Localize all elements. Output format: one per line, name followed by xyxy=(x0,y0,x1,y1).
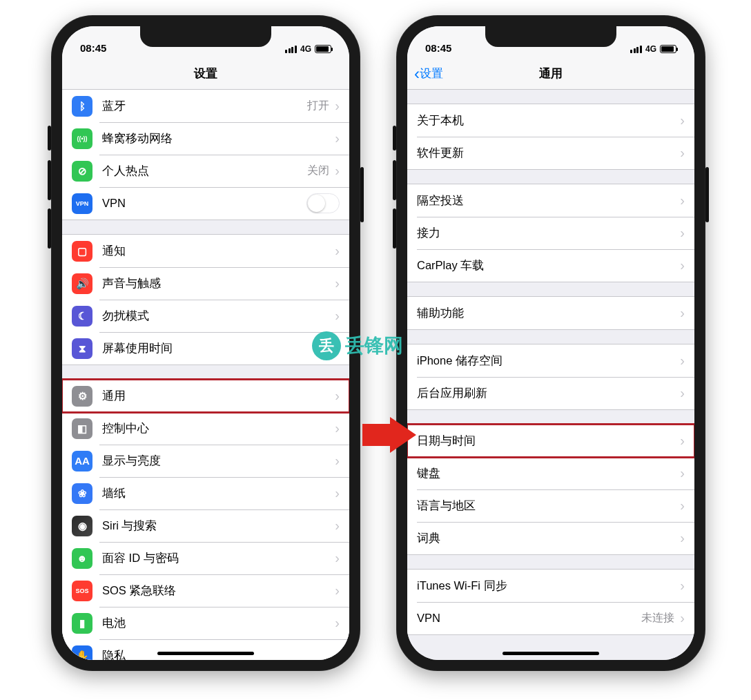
row-label: CarPlay 车载 xyxy=(417,258,680,273)
display-icon: AA xyxy=(72,451,92,471)
vpn-icon: VPN xyxy=(72,193,92,214)
bluetooth-icon: ᛒ xyxy=(72,96,92,117)
row-label: 勿扰模式 xyxy=(102,309,335,324)
hotspot-icon: ⊘ xyxy=(72,161,92,182)
row-label: 后台应用刷新 xyxy=(417,386,680,401)
toggle[interactable] xyxy=(306,193,340,213)
home-indicator[interactable] xyxy=(157,652,254,655)
screen-left: 08:45 4G 设置 ᛒ蓝牙打开›((•))蜂窝移动网络›⊘个人热点关闭›VP… xyxy=(62,26,349,660)
chevron-right-icon: › xyxy=(680,385,685,401)
row-vpn-icon[interactable]: VPNVPN xyxy=(62,187,349,220)
row-label: 显示与亮度 xyxy=(102,454,335,469)
svg-marker-0 xyxy=(362,417,416,453)
page-title: 设置 xyxy=(194,66,217,81)
row-item-语言与地区[interactable]: 语言与地区› xyxy=(407,489,694,522)
chevron-right-icon: › xyxy=(335,243,340,259)
row-item-词典[interactable]: 词典› xyxy=(407,522,694,554)
chevron-right-icon: › xyxy=(680,305,685,321)
row-label: 隔空投送 xyxy=(417,193,680,208)
settings-list[interactable]: ᛒ蓝牙打开›((•))蜂窝移动网络›⊘个人热点关闭›VPNVPN▢通知›🔊声音与… xyxy=(62,90,349,660)
row-label: SOS 紧急联络 xyxy=(102,583,335,599)
chevron-right-icon: › xyxy=(335,648,340,660)
row-label: 电池 xyxy=(102,616,335,631)
row-label: Siri 与搜索 xyxy=(102,518,335,534)
general-list[interactable]: 关于本机›软件更新›隔空投送›接力›CarPlay 车载›辅助功能›iPhone… xyxy=(407,90,694,660)
chevron-right-icon: › xyxy=(335,130,340,146)
row-label: VPN xyxy=(102,197,306,210)
chevron-right-icon: › xyxy=(680,530,685,546)
siri-icon: ◉ xyxy=(72,516,92,536)
chevron-right-icon: › xyxy=(680,257,685,273)
row-cellular-icon[interactable]: ((•))蜂窝移动网络› xyxy=(62,122,349,155)
row-sos-icon[interactable]: SOSSOS 紧急联络› xyxy=(62,574,349,607)
row-dnd-icon[interactable]: ☾勿扰模式› xyxy=(62,300,349,332)
battery-icon xyxy=(660,45,676,53)
back-button[interactable]: ‹ 设置 xyxy=(414,58,443,89)
notifications-icon: ▢ xyxy=(72,241,92,262)
row-general-icon[interactable]: ⚙通用› xyxy=(62,380,349,412)
row-label: 墙纸 xyxy=(102,486,335,501)
row-display-icon[interactable]: AA显示与亮度› xyxy=(62,445,349,477)
row-controlcenter-icon[interactable]: ◧控制中心› xyxy=(62,412,349,445)
phone-frame-right: 08:45 4G ‹ 设置 通用 关于本机›软件更新›隔空投送›接力›CarPl… xyxy=(396,15,705,671)
row-screentime-icon[interactable]: ⧗屏幕使用时间› xyxy=(62,332,349,364)
chevron-right-icon: › xyxy=(335,98,340,114)
general-icon: ⚙ xyxy=(72,386,92,407)
row-privacy-icon[interactable]: ✋隐私› xyxy=(62,639,349,660)
row-faceid-icon[interactable]: ☻面容 ID 与密码› xyxy=(62,542,349,574)
row-label: 通知 xyxy=(102,244,335,259)
screen-right: 08:45 4G ‹ 设置 通用 关于本机›软件更新›隔空投送›接力›CarPl… xyxy=(407,26,694,660)
row-sounds-icon[interactable]: 🔊声音与触感› xyxy=(62,267,349,300)
row-notifications-icon[interactable]: ▢通知› xyxy=(62,235,349,267)
arrow-icon xyxy=(362,417,416,453)
navbar-general: ‹ 设置 通用 xyxy=(407,58,694,90)
row-item-后台应用刷新[interactable]: 后台应用刷新› xyxy=(407,377,694,409)
row-label: 个人热点 xyxy=(102,164,307,179)
row-item-日期与时间[interactable]: 日期与时间› xyxy=(407,425,694,457)
chevron-right-icon: › xyxy=(680,225,685,241)
row-label: 软件更新 xyxy=(417,146,680,161)
row-label: 关于本机 xyxy=(417,113,680,128)
chevron-right-icon: › xyxy=(680,145,685,161)
row-item-VPN[interactable]: VPN未连接› xyxy=(407,602,694,634)
chevron-right-icon: › xyxy=(335,388,340,404)
chevron-right-icon: › xyxy=(335,518,340,534)
wallpaper-icon: ❀ xyxy=(72,483,92,504)
row-hotspot-icon[interactable]: ⊘个人热点关闭› xyxy=(62,155,349,187)
row-label: 通用 xyxy=(102,389,335,404)
chevron-right-icon: › xyxy=(680,433,685,449)
sounds-icon: 🔊 xyxy=(72,273,92,294)
row-label: VPN xyxy=(417,612,641,625)
status-time: 08:45 xyxy=(80,42,106,54)
chevron-right-icon: › xyxy=(335,308,340,324)
chevron-right-icon: › xyxy=(680,113,685,128)
chevron-right-icon: › xyxy=(335,550,340,566)
row-bluetooth-icon[interactable]: ᛒ蓝牙打开› xyxy=(62,90,349,122)
row-item-CarPlay 车载[interactable]: CarPlay 车载› xyxy=(407,249,694,282)
notch xyxy=(485,26,616,47)
row-item-隔空投送[interactable]: 隔空投送› xyxy=(407,184,694,217)
screentime-icon: ⧗ xyxy=(72,338,92,359)
chevron-right-icon: › xyxy=(680,193,685,208)
faceid-icon: ☻ xyxy=(72,548,92,569)
row-item-iTunes Wi-Fi 同步[interactable]: iTunes Wi-Fi 同步› xyxy=(407,570,694,602)
row-wallpaper-icon[interactable]: ❀墙纸› xyxy=(62,477,349,509)
network-label: 4G xyxy=(300,44,311,54)
row-item-接力[interactable]: 接力› xyxy=(407,217,694,249)
row-item-键盘[interactable]: 键盘› xyxy=(407,457,694,489)
row-value: 打开 xyxy=(307,99,329,113)
signal-icon xyxy=(285,46,297,53)
row-siri-icon[interactable]: ◉Siri 与搜索› xyxy=(62,509,349,542)
row-value: 关闭 xyxy=(307,164,329,178)
row-item-iPhone 储存空间[interactable]: iPhone 储存空间› xyxy=(407,344,694,377)
row-label: 语言与地区 xyxy=(417,498,680,514)
controlcenter-icon: ◧ xyxy=(72,418,92,439)
chevron-right-icon: › xyxy=(335,275,340,291)
row-battery-icon[interactable]: ▮电池› xyxy=(62,607,349,639)
privacy-icon: ✋ xyxy=(72,645,92,661)
row-item-辅助功能[interactable]: 辅助功能› xyxy=(407,297,694,329)
row-item-关于本机[interactable]: 关于本机› xyxy=(407,104,694,137)
home-indicator[interactable] xyxy=(503,652,599,655)
row-label: 蜂窝移动网络 xyxy=(102,131,335,146)
row-item-软件更新[interactable]: 软件更新› xyxy=(407,137,694,169)
